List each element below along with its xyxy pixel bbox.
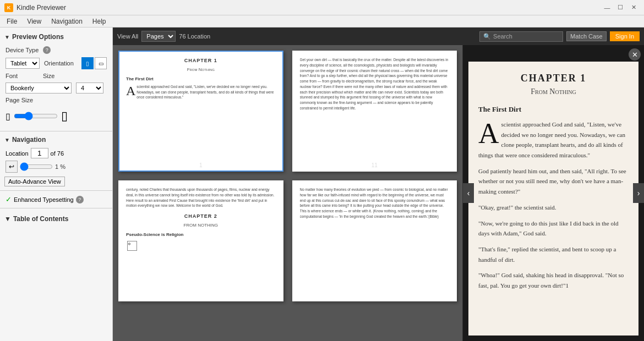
reader-para3: "Okay, great!" the scientist said.	[478, 202, 629, 213]
page-thumb-cont2[interactable]: No matter how many theories of evolution…	[292, 180, 457, 301]
page-cont-subtitle: FROM NOTHING	[126, 222, 276, 228]
page-1-subtitle: From Nothing	[126, 67, 276, 73]
app-container: ▼ Preview Options Device Type ? TabletPh…	[0, 28, 644, 341]
preview-options-arrow: ▼	[4, 34, 10, 40]
size-select[interactable]: 4	[76, 82, 103, 94]
divider-3	[0, 208, 112, 208]
navigation-header[interactable]: ▼ Navigation	[0, 134, 112, 146]
font-row: Font Size	[6, 73, 107, 79]
reader-close-button[interactable]: ✕	[629, 48, 641, 61]
navigation-label: Navigation	[12, 136, 46, 144]
maximize-button[interactable]: ☐	[614, 2, 626, 13]
page-size-label: Page Size	[6, 97, 39, 103]
location-info: 76 Location	[179, 33, 210, 40]
enhanced-typesetting-row: ✓ Enhanced Typesetting ?	[0, 193, 112, 206]
page-11-number: 11	[293, 161, 456, 170]
page-1-content: CHAPTER 1 From Nothing The First Dirt A …	[119, 52, 282, 161]
toolbar: View All Pages 76 Location 🔍 Match Case …	[113, 28, 644, 45]
navigation-arrow: ▼	[4, 137, 10, 143]
check-icon: ✓	[6, 195, 12, 204]
sign-in-button[interactable]: Sign In	[610, 31, 640, 41]
reader-para5: "That's fine," replied the scientist, an…	[478, 244, 629, 265]
portrait-button[interactable]: ▯	[81, 57, 94, 69]
zoom-slider[interactable]	[20, 162, 53, 171]
location-input[interactable]	[31, 148, 48, 158]
page-size-control: ▯ ▯	[6, 107, 107, 125]
nav-buttons: ↩ 1 %	[6, 161, 107, 173]
menu-view[interactable]: View	[23, 16, 46, 26]
app-title: Kindle Previewer	[17, 4, 66, 12]
search-icon: 🔍	[483, 33, 491, 40]
minimize-button[interactable]: —	[601, 2, 613, 13]
page-thumb-11[interactable]: Get your own dirt — that is basically th…	[292, 51, 457, 172]
close-button[interactable]: ✕	[627, 2, 640, 13]
nav-back-button[interactable]: ↩	[6, 161, 18, 173]
location-row: Location of 76	[6, 148, 107, 158]
divider-1	[0, 131, 112, 131]
reader-chapter: CHAPTER 1	[478, 73, 629, 84]
menu-file[interactable]: File	[2, 16, 21, 26]
device-help-icon[interactable]: ?	[43, 46, 51, 54]
page-cont2-body: No matter how many theories of evolution…	[300, 187, 450, 219]
device-select-row: TabletPhoneKindle Orientation ▯ ▭	[6, 57, 107, 69]
app-icon: K	[4, 3, 13, 12]
page-1-section: The First Dirt	[126, 76, 276, 82]
reader-nav-left-button[interactable]: ‹	[463, 183, 474, 203]
page-cont-number	[119, 297, 282, 300]
device-select[interactable]: TabletPhoneKindle	[6, 58, 40, 69]
page-cont2-content: No matter how many theories of evolution…	[293, 182, 456, 297]
page-1-chapter: CHAPTER 1	[126, 57, 276, 64]
toc-header[interactable]: ▼ Table of Contents	[0, 213, 112, 225]
page-cont-body: century, noted Charles that thousands up…	[126, 187, 276, 208]
page-thumb-1[interactable]: CHAPTER 1 From Nothing The First Dirt A …	[118, 51, 283, 172]
page-size-slider[interactable]	[14, 112, 58, 120]
pages-select[interactable]: Pages	[141, 31, 176, 42]
preview-options-label: Preview Options	[12, 33, 64, 41]
page-1-dropcap: A	[126, 84, 135, 97]
reader-drop-cap: A	[478, 119, 499, 148]
auto-advance-label: Auto-Advance View	[8, 178, 61, 185]
page-cont2-number	[293, 297, 456, 300]
small-page-icon: ▯	[6, 111, 10, 122]
reader-para4: "Now, we're going to do this just like I…	[478, 218, 629, 239]
toc-arrow: ▼	[4, 215, 11, 223]
page-cont-chapter: CHAPTER 2	[126, 213, 276, 220]
search-input[interactable]	[493, 33, 559, 40]
menu-navigation[interactable]: Navigation	[47, 16, 87, 26]
orientation-buttons: ▯ ▭	[81, 57, 107, 69]
preview-options-header[interactable]: ▼ Preview Options	[0, 31, 112, 43]
enhanced-label: Enhanced Typesetting	[14, 196, 74, 203]
left-panel: ▼ Preview Options Device Type ? TabletPh…	[0, 28, 113, 341]
toc-label: Table of Contents	[13, 215, 68, 223]
match-case-button[interactable]: Match Case	[566, 31, 607, 41]
page-cont-content: century, noted Charles that thousands up…	[119, 182, 282, 297]
pages-grid: CHAPTER 1 From Nothing The First Dirt A …	[113, 45, 462, 341]
reader-section-title: The First Dirt	[478, 105, 629, 114]
large-page-icon: ▯	[61, 109, 68, 123]
star-icon: ✡	[127, 241, 137, 251]
page-cont-section: Pseudo-Science is Religion	[126, 232, 276, 238]
title-bar: K Kindle Previewer — ☐ ✕	[0, 0, 644, 15]
reader-nav-right-button[interactable]: ›	[633, 183, 644, 203]
page-11-body: Get your own dirt — that is basically th…	[300, 57, 450, 111]
auto-advance-button[interactable]: Auto-Advance View	[4, 177, 65, 186]
landscape-button[interactable]: ▭	[95, 57, 107, 69]
font-select[interactable]: Bookerly	[6, 82, 72, 94]
font-select-row: Bookerly 4	[6, 82, 107, 94]
divider-2	[0, 190, 112, 191]
reader-para2: God patiently heard him out, and then sa…	[478, 166, 629, 197]
size-label: Size	[43, 73, 76, 79]
page-1-number: 1	[119, 161, 282, 170]
orientation-label: Orientation	[44, 60, 77, 67]
title-bar-left: K Kindle Previewer	[4, 3, 66, 12]
enhanced-help-icon[interactable]: ?	[76, 196, 84, 204]
right-content: View All Pages 76 Location 🔍 Match Case …	[113, 28, 644, 341]
location-of: of 76	[51, 150, 64, 157]
device-type-row: Device Type ?	[6, 46, 107, 54]
reader-subtitle: From Nothing	[478, 87, 629, 96]
reader-content: CHAPTER 1 From Nothing The First Dirt A …	[468, 62, 638, 336]
page-thumb-cont[interactable]: century, noted Charles that thousands up…	[118, 180, 283, 301]
content-area: CHAPTER 1 From Nothing The First Dirt A …	[113, 45, 644, 341]
menu-help[interactable]: Help	[88, 16, 111, 26]
reader-panel: ✕ CHAPTER 1 From Nothing The First Dirt …	[462, 45, 644, 341]
